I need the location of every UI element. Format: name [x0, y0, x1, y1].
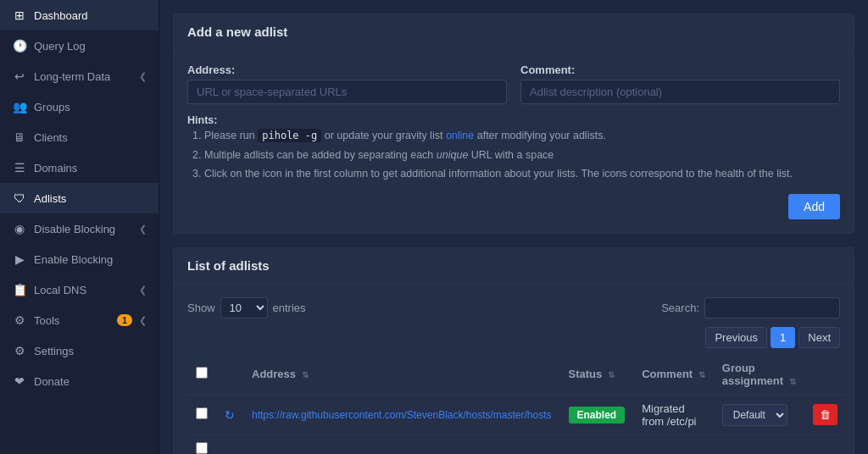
top-pagination: Previous 1 Next [187, 327, 840, 348]
online-link[interactable]: online [446, 130, 474, 141]
page-num-top: 1 [771, 327, 795, 348]
donate-icon: ❤ [12, 374, 27, 388]
sort-comment-icon[interactable]: ⇅ [698, 370, 705, 379]
table-controls: Show 10 25 50 100 entries Search: [187, 297, 840, 318]
query-log-icon: 🕐 [12, 39, 27, 53]
address-comment-row: Address: Comment: [187, 64, 840, 104]
sidebar-item-label: Query Log [34, 40, 147, 53]
dashboard-icon: ⊞ [12, 8, 27, 22]
sidebar-item-long-term-data[interactable]: ↩ Long-term Data ❮ [0, 61, 159, 91]
sidebar-item-label: Donate [34, 375, 147, 388]
row-checkbox-cell [187, 395, 216, 435]
sidebar-item-label: Settings [34, 345, 147, 357]
sidebar-item-label: Local DNS [34, 284, 132, 296]
search-label: Search: [661, 302, 699, 314]
tools-badge: 1 [117, 314, 132, 326]
chevron-icon: ❮ [139, 71, 147, 82]
sidebar-item-label: Enable Blocking [34, 253, 147, 266]
row-comment-cell: Migrated from /etc/pi [633, 395, 714, 435]
groups-icon: 👥 [12, 100, 27, 114]
long-term-data-icon: ↩ [12, 69, 27, 83]
sidebar-item-tools[interactable]: ⚙ Tools 1 ❮ [0, 305, 159, 335]
col-group: Groupassignment ⇅ [714, 355, 804, 395]
col-actions [804, 355, 846, 395]
sidebar-item-label: Long-term Data [34, 70, 132, 83]
add-adlist-body: Address: Comment: Hints: Please run piho… [174, 50, 854, 233]
col-status: Status ⇅ [560, 355, 634, 395]
hints-list: Please run pihole -g or update your grav… [187, 126, 840, 184]
show-entries: Show 10 25 50 100 entries [187, 297, 306, 318]
comment-input[interactable] [520, 80, 840, 104]
clients-icon: 🖥 [12, 130, 27, 144]
sidebar-item-local-dns[interactable]: 📋 Local DNS ❮ [0, 274, 159, 305]
address-group: Address: [187, 64, 507, 104]
add-adlist-card: Add a new adlist Address: Comment: Hints… [173, 14, 854, 234]
sidebar-item-domains[interactable]: ☰ Domains [0, 152, 159, 183]
bottom-checkbox[interactable] [196, 442, 208, 454]
sort-address-icon[interactable]: ⇅ [302, 370, 309, 379]
entries-select[interactable]: 10 25 50 100 [220, 297, 268, 318]
pagination-top: Previous 1 Next [705, 327, 840, 348]
header-row: Address ⇅ Status ⇅ Comment ⇅ Groupassi [187, 355, 846, 395]
sidebar-item-groups[interactable]: 👥 Groups [0, 91, 159, 122]
adlist-table-title: List of adlists [174, 248, 854, 284]
disable-blocking-icon: ◉ [12, 222, 27, 235]
hints-title: Hints: [187, 114, 217, 126]
sidebar-item-dashboard[interactable]: ⊞ Dashboard [0, 0, 159, 30]
next-button-top[interactable]: Next [798, 327, 840, 348]
row-actions-cell: 🗑 [804, 395, 846, 435]
sort-group-icon[interactable]: ⇅ [789, 377, 796, 386]
hint-2: Multiple adlists can be added by separat… [204, 146, 840, 165]
comment-group: Comment: [520, 64, 840, 104]
bottom-checkbox-cell [187, 435, 216, 454]
search-box: Search: [661, 297, 840, 318]
adlist-url-link[interactable]: https://raw.githubusercontent.com/Steven… [252, 409, 552, 421]
enable-blocking-icon: ▶ [12, 252, 27, 266]
row-status-cell: Enabled [560, 395, 634, 435]
hint-1: Please run pihole -g or update your grav… [204, 126, 840, 146]
chevron-icon: ❮ [139, 315, 147, 326]
row-address-cell: https://raw.githubusercontent.com/Steven… [243, 395, 560, 435]
row-checkbox[interactable] [196, 407, 208, 419]
sidebar-item-label: Groups [34, 101, 147, 114]
sidebar-item-query-log[interactable]: 🕐 Query Log [0, 30, 159, 61]
sidebar-item-enable-blocking[interactable]: ▶ Enable Blocking [0, 244, 159, 274]
adlist-table-card: List of adlists Show 10 25 50 100 entrie… [173, 247, 854, 454]
tools-icon: ⚙ [12, 313, 27, 327]
sidebar-item-donate[interactable]: ❤ Donate [0, 366, 159, 396]
sidebar-item-label: Tools [34, 314, 110, 327]
delete-button[interactable]: 🗑 [813, 404, 837, 425]
hints-section: Hints: Please run pihole -g or update yo… [187, 114, 840, 184]
col-checkbox [187, 355, 216, 395]
sidebar-item-label: Disable Blocking [34, 223, 132, 235]
sidebar-item-label: Clients [34, 131, 147, 144]
address-input[interactable] [187, 80, 507, 104]
table-head: Address ⇅ Status ⇅ Comment ⇅ Groupassi [187, 355, 846, 395]
bottom-checkbox-row [187, 435, 846, 454]
search-input[interactable] [704, 297, 840, 318]
sidebar-item-disable-blocking[interactable]: ◉ Disable Blocking ❮ [0, 213, 159, 244]
row-group-cell: Default [714, 395, 804, 435]
refresh-icon[interactable]: ↻ [225, 408, 235, 422]
sort-status-icon[interactable]: ⇅ [608, 370, 615, 379]
adlist-table-body: Show 10 25 50 100 entries Search: [174, 284, 854, 454]
status-badge: Enabled [569, 407, 626, 424]
sidebar-item-adlists[interactable]: 🛡 Adlists [0, 183, 159, 213]
show-label: Show [187, 302, 215, 314]
group-dropdown[interactable]: Default [722, 404, 787, 426]
sidebar-item-clients[interactable]: 🖥 Clients [0, 122, 159, 152]
main-content: Add a new adlist Address: Comment: Hints… [159, 0, 868, 454]
chevron-icon: ❮ [139, 224, 147, 235]
settings-icon: ⚙ [12, 344, 27, 357]
add-adlist-title: Add a new adlist [174, 14, 854, 50]
sidebar-item-settings[interactable]: ⚙ Settings [0, 335, 159, 366]
sidebar-item-label: Dashboard [34, 9, 147, 22]
address-label: Address: [187, 64, 507, 76]
add-button[interactable]: Add [788, 194, 840, 219]
col-comment: Comment ⇅ [633, 355, 714, 395]
select-all-checkbox[interactable] [196, 367, 208, 379]
prev-button-top[interactable]: Previous [705, 327, 767, 348]
adlists-icon: 🛡 [12, 191, 27, 205]
row-refresh-cell: ↻ [216, 395, 243, 435]
table-row: ↻ https://raw.githubusercontent.com/Stev… [187, 395, 846, 435]
